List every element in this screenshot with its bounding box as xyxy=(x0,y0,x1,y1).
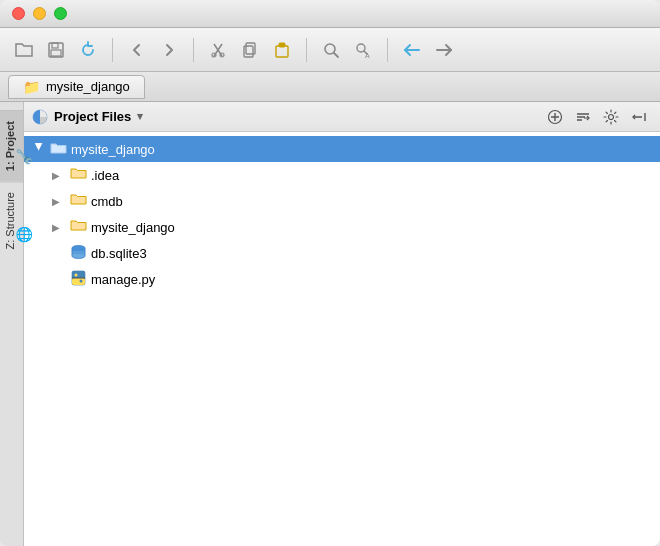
expand-arrow-cmdb: ▶ xyxy=(52,196,66,207)
structure-tab-icon: 🌐 xyxy=(16,228,33,244)
find-replace-btn[interactable]: A xyxy=(347,34,379,66)
separator-3 xyxy=(306,38,307,62)
back-btn[interactable] xyxy=(121,34,153,66)
main-area: 1: Project 🔧 Z: Structure 🌐 Project File… xyxy=(0,102,660,546)
toolbar-group-nav xyxy=(121,34,185,66)
tree-item-cmdb[interactable]: ▶ cmdb xyxy=(24,188,660,214)
tree-item-idea[interactable]: ▶ .idea xyxy=(24,162,660,188)
svg-point-35 xyxy=(80,279,83,282)
nav-back-btn[interactable] xyxy=(396,34,428,66)
panel-header: Project Files ▾ xyxy=(24,102,660,132)
svg-rect-32 xyxy=(72,278,85,285)
minimize-button[interactable] xyxy=(33,7,46,20)
project-panel: Project Files ▾ xyxy=(24,102,660,546)
traffic-lights xyxy=(12,7,67,20)
svg-rect-31 xyxy=(72,271,85,278)
structure-tab-label: Z: Structure xyxy=(4,192,16,249)
find-btn[interactable] xyxy=(315,34,347,66)
panel-header-right xyxy=(542,104,652,130)
tab-mysite-django[interactable]: 📁 mysite_django xyxy=(8,75,145,99)
tree-item-manage-py[interactable]: manage.py xyxy=(24,266,660,292)
svg-point-26 xyxy=(609,114,614,119)
mysite-sub-folder-name: mysite_django xyxy=(91,220,175,235)
tab-folder-icon: 📁 xyxy=(23,79,40,95)
panel-dropdown-arrow[interactable]: ▾ xyxy=(137,110,143,123)
toolbar-group-history xyxy=(396,34,460,66)
close-button[interactable] xyxy=(12,7,25,20)
panel-title: Project Files xyxy=(54,109,131,124)
svg-line-12 xyxy=(334,53,338,57)
nav-forward-btn[interactable] xyxy=(428,34,460,66)
toolbar-group-search: A xyxy=(315,34,379,66)
forward-btn[interactable] xyxy=(153,34,185,66)
separator-1 xyxy=(112,38,113,62)
tab-bar: 📁 mysite_django xyxy=(0,72,660,102)
settings-gear-btn[interactable] xyxy=(598,104,624,130)
copy-btn[interactable] xyxy=(234,34,266,66)
tree-item-db-sqlite3[interactable]: db.sqlite3 xyxy=(24,240,660,266)
toolbar-group-edit xyxy=(202,34,298,66)
file-tree: ▶ mysite_django ▶ .idea ▶ cmd xyxy=(24,132,660,546)
add-content-btn[interactable] xyxy=(542,104,568,130)
svg-rect-10 xyxy=(279,43,285,47)
svg-text:A: A xyxy=(365,52,370,59)
cmdb-folder-name: cmdb xyxy=(91,194,123,209)
title-bar xyxy=(0,0,660,28)
refresh-btn[interactable] xyxy=(72,34,104,66)
idea-folder-name: .idea xyxy=(91,168,119,183)
cut-btn[interactable] xyxy=(202,34,234,66)
svg-point-34 xyxy=(75,273,78,276)
db-file-icon xyxy=(70,244,87,263)
separator-2 xyxy=(193,38,194,62)
mysite-sub-folder-icon xyxy=(70,218,87,236)
root-folder-name: mysite_django xyxy=(71,142,155,157)
expand-arrow-mysite-sub: ▶ xyxy=(52,222,66,233)
toolbar-group-file xyxy=(8,34,104,66)
py-file-icon xyxy=(70,270,87,289)
toolbar: A xyxy=(0,28,660,72)
save-btn[interactable] xyxy=(40,34,72,66)
paste-btn[interactable] xyxy=(266,34,298,66)
maximize-button[interactable] xyxy=(54,7,67,20)
folder-open-btn[interactable] xyxy=(8,34,40,66)
tab-label: mysite_django xyxy=(46,79,130,94)
db-sqlite3-name: db.sqlite3 xyxy=(91,246,147,261)
expand-arrow-idea: ▶ xyxy=(52,170,66,181)
tree-item-root[interactable]: ▶ mysite_django xyxy=(24,136,660,162)
project-files-icon xyxy=(32,109,48,125)
svg-rect-2 xyxy=(51,50,61,56)
sidebar-item-project[interactable]: 1: Project 🔧 xyxy=(0,110,23,181)
tree-item-mysite-subfolder[interactable]: ▶ mysite_django xyxy=(24,214,660,240)
svg-rect-9 xyxy=(276,46,288,57)
project-tab-label: 1: Project xyxy=(4,121,16,171)
sidebar-item-structure[interactable]: Z: Structure 🌐 xyxy=(0,181,23,259)
project-tab-icon: 🔧 xyxy=(16,149,33,165)
idea-folder-icon xyxy=(70,166,87,184)
expand-arrow-root: ▶ xyxy=(34,142,45,156)
side-tabs: 1: Project 🔧 Z: Structure 🌐 xyxy=(0,102,24,546)
sort-btn[interactable] xyxy=(570,104,596,130)
root-folder-icon xyxy=(50,141,67,158)
svg-rect-33 xyxy=(72,277,85,278)
manage-py-name: manage.py xyxy=(91,272,155,287)
collapse-panel-btn[interactable] xyxy=(626,104,652,130)
cmdb-folder-icon xyxy=(70,192,87,210)
panel-header-left: Project Files ▾ xyxy=(32,109,143,125)
separator-4 xyxy=(387,38,388,62)
